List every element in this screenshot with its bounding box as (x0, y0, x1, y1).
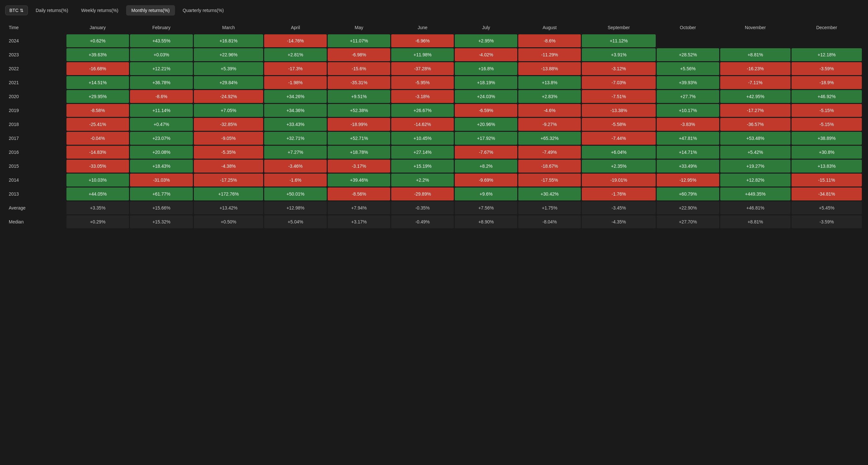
footer-value: +3.35% (66, 201, 129, 214)
asset-selector[interactable]: BTC ⇅ (5, 5, 28, 15)
value-cell: +2.35% (582, 160, 656, 173)
col-may: May (328, 22, 390, 33)
value-cell: +60.79% (657, 188, 719, 200)
tab-quarterly[interactable]: Quarterly returns(%) (178, 5, 229, 15)
value-cell: -32.85% (194, 118, 263, 131)
value-cell: -14.83% (66, 146, 129, 159)
footer-value: -4.35% (582, 215, 656, 228)
value-cell: -12.95% (657, 173, 719, 187)
value-cell: +16.8% (455, 62, 517, 75)
value-cell: +12.82% (720, 173, 790, 187)
value-cell: +14.51% (66, 76, 129, 89)
col-december: December (792, 22, 862, 33)
value-cell: +17.92% (455, 132, 517, 145)
value-cell (720, 34, 790, 47)
col-june: June (391, 22, 454, 33)
value-cell: -33.05% (66, 160, 129, 173)
value-cell: +0.62% (66, 34, 129, 47)
col-august: August (518, 22, 581, 33)
value-cell: +9.6% (455, 188, 517, 200)
value-cell: -7.67% (455, 146, 517, 159)
value-cell: +47.81% (657, 132, 719, 145)
value-cell: +3.91% (582, 48, 656, 61)
value-cell (657, 34, 719, 47)
value-cell: +2.83% (518, 90, 581, 103)
value-cell: -29.89% (391, 188, 454, 200)
value-cell: -11.29% (518, 48, 581, 61)
value-cell: +11.98% (391, 48, 454, 61)
value-cell: +33.43% (264, 118, 327, 131)
footer-label: Median (6, 215, 65, 228)
value-cell: -36.57% (720, 118, 790, 131)
year-cell: 2014 (6, 173, 65, 187)
returns-table: Time January February March April May Ju… (5, 21, 863, 229)
value-cell: -7.03% (582, 76, 656, 89)
value-cell: -35.31% (328, 76, 390, 89)
value-cell: +61.77% (130, 188, 193, 200)
table-row: 2015-33.05%+18.43%-4.38%-3.46%-3.17%+15.… (6, 160, 862, 173)
footer-value: +5.45% (792, 201, 862, 214)
value-cell: +172.76% (194, 188, 263, 200)
tab-weekly[interactable]: Weekly returns(%) (76, 5, 123, 15)
value-cell: +43.55% (130, 34, 193, 47)
col-january: January (66, 22, 129, 33)
value-cell: +52.38% (328, 104, 390, 117)
value-cell: +9.51% (328, 90, 390, 103)
value-cell: +38.89% (792, 132, 862, 145)
value-cell: +53.48% (720, 132, 790, 145)
tab-monthly[interactable]: Monthly returns(%) (126, 5, 175, 15)
footer-label: Average (6, 201, 65, 214)
value-cell: -15.6% (328, 62, 390, 75)
value-cell: -13.38% (582, 104, 656, 117)
value-cell: +22.96% (194, 48, 263, 61)
value-cell: +33.49% (657, 160, 719, 173)
value-cell: -15.11% (792, 173, 862, 187)
tab-daily[interactable]: Daily returns(%) (30, 5, 73, 15)
value-cell: -9.69% (455, 173, 517, 187)
value-cell: +13.83% (792, 160, 862, 173)
value-cell: -25.41% (66, 118, 129, 131)
value-cell: +8.2% (455, 160, 517, 173)
value-cell: -18.9% (792, 76, 862, 89)
footer-value: +5.04% (264, 215, 327, 228)
value-cell: -18.99% (328, 118, 390, 131)
value-cell: +18.78% (328, 146, 390, 159)
footer-value: +0.50% (194, 215, 263, 228)
value-cell: -0.04% (66, 132, 129, 145)
footer-value: +27.70% (657, 215, 719, 228)
value-cell: -3.59% (792, 62, 862, 75)
value-cell: +30.42% (518, 188, 581, 200)
value-cell: +20.08% (130, 146, 193, 159)
toolbar: BTC ⇅ Daily returns(%) Weekly returns(%)… (5, 5, 863, 15)
year-cell: 2013 (6, 188, 65, 200)
table-row: 2013+44.05%+61.77%+172.76%+50.01%-8.56%-… (6, 188, 862, 200)
year-cell: 2017 (6, 132, 65, 145)
value-cell: -5.35% (194, 146, 263, 159)
footer-value: +15.66% (130, 201, 193, 214)
value-cell: -17.3% (264, 62, 327, 75)
table-row: 2014+10.03%-31.03%-17.25%-1.6%+39.46%+2.… (6, 173, 862, 187)
value-cell: +7.05% (194, 104, 263, 117)
value-cell: -37.28% (391, 62, 454, 75)
value-cell: -4.6% (518, 104, 581, 117)
table-row: 2020+29.95%-8.6%-24.92%+34.26%+9.51%-3.1… (6, 90, 862, 103)
col-april: April (264, 22, 327, 33)
value-cell: -9.27% (518, 118, 581, 131)
footer-value: +15.32% (130, 215, 193, 228)
value-cell: -5.95% (391, 76, 454, 89)
value-cell: -7.11% (720, 76, 790, 89)
value-cell: +15.19% (391, 160, 454, 173)
value-cell: +39.46% (328, 173, 390, 187)
footer-value: +1.75% (518, 201, 581, 214)
value-cell: +12.21% (130, 62, 193, 75)
col-october: October (657, 22, 719, 33)
footer-value: +12.98% (264, 201, 327, 214)
value-cell: -14.76% (264, 34, 327, 47)
table-row: 2022-16.68%+12.21%+5.39%-17.3%-15.6%-37.… (6, 62, 862, 75)
value-cell: +65.32% (518, 132, 581, 145)
footer-value: +3.17% (328, 215, 390, 228)
year-cell: 2021 (6, 76, 65, 89)
value-cell: +39.93% (657, 76, 719, 89)
footer-value: +8.81% (720, 215, 790, 228)
year-cell: 2018 (6, 118, 65, 131)
